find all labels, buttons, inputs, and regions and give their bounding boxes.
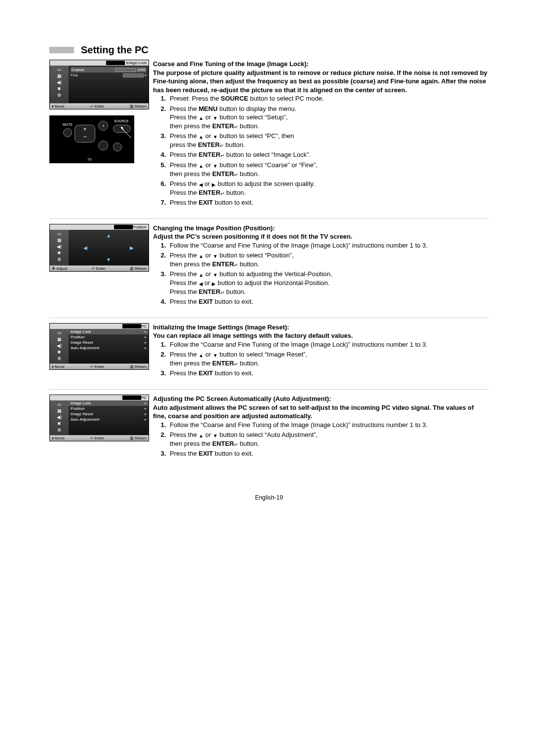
osd-title-text: PC: [141, 396, 147, 400]
step-1: Follow the “Coarse and Fine Tuning of th…: [168, 241, 489, 250]
osd-row-coarse[interactable]: Coarse 1056: [71, 67, 147, 72]
section-intro: Auto adjustment allows the PC screen of …: [153, 403, 489, 421]
tool-icon: ✖: [56, 251, 63, 255]
menu-item-image-lock[interactable]: Image Lock▸: [69, 400, 149, 406]
sound-icon: ◀): [56, 343, 63, 348]
step-list: Preset: Press the SOURCE button to selec…: [153, 94, 489, 207]
setup-icon: ⚙: [56, 93, 63, 98]
section-heading: Adjusting the PC Screen Automatically (A…: [153, 395, 489, 403]
title-accent-bar: [49, 47, 74, 53]
osd-row-fine[interactable]: Fine 0: [71, 72, 147, 78]
step-3: Press the ▲ or ▼ button to select “PC”, …: [168, 132, 489, 149]
menu-item-position[interactable]: Position▸: [69, 406, 149, 411]
step-list: Follow the “Coarse and Fine Tuning of th…: [153, 241, 489, 306]
input-icon: ▦: [56, 408, 63, 413]
menu-item-auto-adjustment[interactable]: Auto Adjustment▸: [69, 417, 149, 422]
osd-title-text: PC: [141, 324, 147, 328]
footer-return: ▥ Return: [130, 104, 147, 108]
osd-footer: ♦ Move ↵ Enter ▥ Return: [50, 103, 149, 109]
page-title-row: Setting the PC: [49, 44, 489, 56]
menu-item-image-reset[interactable]: Image Reset▸: [69, 411, 149, 417]
divider: [49, 389, 489, 390]
osd-image-lock: Image Lock ▭ ▦ ◀) ✖ ⚙ Coarse 1056: [49, 60, 149, 109]
tool-icon: ✖: [56, 421, 63, 426]
step-2: Press the ▲ or ▼ button to select “Auto …: [168, 431, 489, 448]
chevron-right-icon: ▸: [145, 401, 147, 405]
step-2: Press the MENU button to display the men…: [168, 105, 489, 131]
page: Setting the PC Image Lock ▭ ▦ ◀) ✖ ⚙: [0, 0, 533, 521]
section-intro: You can replace all image settings with …: [153, 331, 489, 340]
picture-icon: ▭: [56, 231, 63, 236]
osd-title-text: Position: [133, 225, 147, 229]
step-3: Press the EXIT button to exit.: [168, 449, 489, 458]
position-arrow-pad[interactable]: ▲ ▼ ◀ ▶: [69, 230, 149, 265]
section-heading: Initializing the Image Settings (Image R…: [153, 323, 489, 332]
right-column: Coarse and Fine Tuning of the Image (Ima…: [153, 60, 489, 209]
setup-icon: ⚙: [56, 257, 63, 262]
remote-pointer-lines: [50, 116, 134, 163]
section-position: Position ▭ ▦ ◀) ✖ ⚙ ▲ ▼ ◀ ▶: [49, 224, 489, 308]
input-icon: ▦: [56, 73, 63, 78]
remote-diagram: + − ∧ MUTE ▸ SOURCE TV: [49, 115, 134, 163]
footer-enter: ↵ Enter: [90, 104, 104, 108]
section-image-reset: PC ▭ ▦ ◀) ✖ ⚙ Image Lock▸ Position▸ Imag…: [49, 323, 489, 379]
chevron-right-icon: ▸: [145, 340, 147, 345]
step-1: Preset: Press the SOURCE button to selec…: [168, 94, 489, 103]
arrow-left-icon: ◀: [83, 245, 87, 250]
step-1: Follow the “Coarse and Fine Tuning of th…: [168, 421, 489, 430]
osd-position: Position ▭ ▦ ◀) ✖ ⚙ ▲ ▼ ◀ ▶: [49, 224, 149, 272]
tool-icon: ✖: [56, 86, 63, 91]
osd-pc-menu-auto: PC ▭ ▦ ◀) ✖ ⚙ Image Lock▸ Position▸ Imag…: [49, 395, 149, 441]
section-auto-adjustment: PC ▭ ▦ ◀) ✖ ⚙ Image Lock▸ Position▸ Imag…: [49, 395, 489, 460]
divider: [49, 318, 489, 318]
menu-item-image-reset[interactable]: Image Reset▸: [69, 340, 149, 345]
page-footer: English-19: [49, 494, 489, 501]
footer-move: ♦ Move: [52, 104, 65, 108]
left-column: Image Lock ▭ ▦ ◀) ✖ ⚙ Coarse 1056: [49, 60, 148, 209]
section-intro: The purpose of picture quality adjustmen…: [153, 69, 489, 95]
osd-side-icons: ▭ ▦ ◀) ✖ ⚙: [50, 66, 69, 103]
section-image-lock: Image Lock ▭ ▦ ◀) ✖ ⚙ Coarse 1056: [49, 60, 489, 209]
chevron-right-icon: ▸: [145, 335, 147, 339]
step-5: Press the ▲ or ▼ button to select “Coars…: [168, 161, 489, 178]
section-heading: Changing the Image Position (Position):: [153, 224, 489, 233]
osd-pc-menu-reset: PC ▭ ▦ ◀) ✖ ⚙ Image Lock▸ Position▸ Imag…: [49, 323, 149, 370]
sound-icon: ◀): [56, 80, 63, 85]
step-3: Press the ▲ or ▼ button to adjusting the…: [168, 270, 489, 296]
picture-icon: ▭: [56, 402, 63, 407]
picture-icon: ▭: [56, 67, 63, 72]
arrow-up-icon: ▲: [106, 233, 111, 238]
step-1: Follow the “Coarse and Fine Tuning of th…: [168, 340, 489, 349]
step-7: Press the EXIT button to exit.: [168, 198, 489, 207]
value: 1056: [137, 68, 146, 72]
chevron-right-icon: ▸: [145, 417, 147, 422]
step-3: Press the EXIT button to exit.: [168, 369, 489, 378]
menu-item-image-lock[interactable]: Image Lock▸: [69, 329, 149, 334]
step-4: Press the EXIT button to exit.: [168, 297, 489, 306]
chevron-right-icon: ▸: [145, 329, 147, 334]
tool-icon: ✖: [56, 350, 63, 355]
step-2: Press the ▲ or ▼ button to select “Posit…: [168, 251, 489, 268]
step-6: Press the ◀ or ▶ button to adjust the sc…: [168, 180, 489, 197]
setup-icon: ⚙: [56, 428, 63, 432]
divider: [49, 218, 489, 219]
menu-item-auto-adjustment[interactable]: Auto Adjustment▸: [69, 345, 149, 351]
page-title: Setting the PC: [81, 44, 149, 56]
section-heading: Coarse and Fine Tuning of the Image (Ima…: [153, 60, 489, 69]
chevron-right-icon: ▸: [145, 346, 147, 350]
osd-title-text: Image Lock: [126, 61, 147, 65]
label: Fine: [71, 73, 78, 77]
sound-icon: ◀): [56, 244, 63, 249]
arrow-right-icon: ▶: [130, 245, 134, 250]
menu-item-position[interactable]: Position▸: [69, 334, 149, 340]
step-list: Follow the “Coarse and Fine Tuning of th…: [153, 340, 489, 378]
step-2: Press the ▲ or ▼ button to select “Image…: [168, 350, 489, 367]
section-intro: Adjust the PC’s screen positioning if it…: [153, 232, 489, 241]
step-list: Follow the “Coarse and Fine Tuning of th…: [153, 421, 489, 458]
input-icon: ▦: [56, 238, 63, 243]
chevron-right-icon: ▸: [145, 412, 147, 416]
input-icon: ▦: [56, 337, 63, 342]
value: 0: [145, 73, 147, 77]
setup-icon: ⚙: [56, 356, 63, 361]
label: Coarse: [72, 68, 84, 72]
